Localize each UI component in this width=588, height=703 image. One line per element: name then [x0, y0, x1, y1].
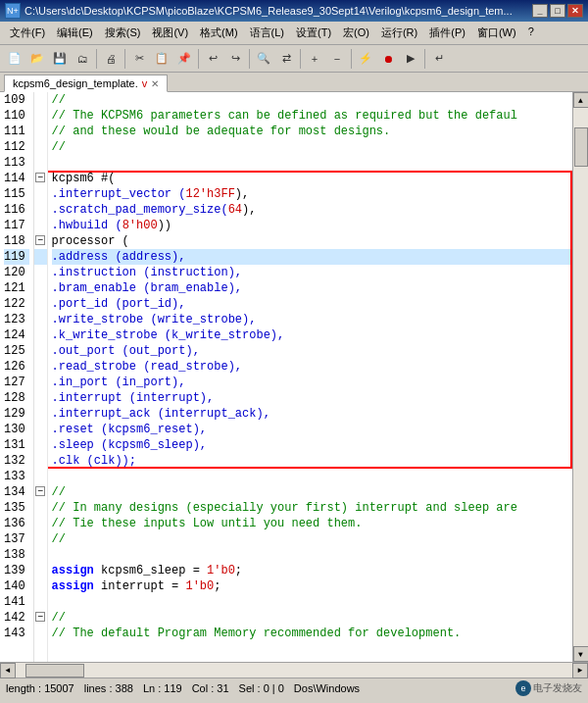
code-line: // and these would be adequate for most …	[52, 124, 572, 139]
fold-icon	[34, 265, 47, 280]
scroll-right-button[interactable]: ►	[572, 663, 588, 678]
menu-view[interactable]: 视图(V)	[146, 24, 194, 42]
line-number: 141	[4, 594, 29, 610]
status-ln: Ln : 119	[143, 682, 182, 694]
maximize-button[interactable]: □	[550, 4, 565, 18]
code-line: // Tie these inputs Low until you need t…	[52, 516, 572, 531]
code-line: .scratch_pad_memory_size(64),	[52, 202, 572, 218]
scroll-thumb-v[interactable]	[574, 127, 588, 167]
scroll-up-button[interactable]: ▲	[573, 92, 589, 108]
toolbar-wrap[interactable]: ↵	[428, 48, 450, 70]
status-sel: Sel : 0 | 0	[239, 682, 284, 694]
fold-icon[interactable]: −	[34, 610, 47, 626]
status-length: length : 15007	[6, 682, 74, 694]
horizontal-scrollbar[interactable]: ◄ ►	[0, 662, 588, 678]
line-number: 128	[4, 390, 29, 406]
line-number: 130	[4, 422, 29, 437]
toolbar-sync[interactable]: ⚡	[355, 48, 376, 70]
code-line: // The KCPSM6 parameters can be defined …	[52, 108, 572, 124]
line-number: 139	[4, 563, 29, 578]
toolbar-macro-play[interactable]: ▶	[400, 48, 421, 70]
line-number: 111	[4, 124, 29, 139]
fold-icon	[34, 516, 47, 531]
menu-language[interactable]: 语言(L)	[244, 24, 290, 42]
menu-edit[interactable]: 编辑(E)	[51, 24, 99, 42]
tab-close-button[interactable]: ✕	[151, 78, 159, 89]
window-title: C:\Users\dc\Desktop\KCPSM\picoBlaze\KCPS…	[24, 5, 513, 17]
code-line: .bram_enable (bram_enable),	[52, 280, 572, 296]
menu-format[interactable]: 格式(M)	[194, 24, 244, 42]
code-line: .in_port (in_port),	[52, 375, 572, 390]
toolbar-new[interactable]: 📄	[4, 48, 25, 70]
fold-icon	[34, 406, 47, 422]
toolbar-redo[interactable]: ↪	[224, 48, 246, 70]
fold-icon	[34, 312, 47, 327]
fold-icon[interactable]: −	[34, 171, 47, 186]
scroll-thumb-h[interactable]	[25, 664, 84, 678]
toolbar-paste[interactable]: 📌	[173, 48, 195, 70]
toolbar-save[interactable]: 💾	[49, 48, 71, 70]
code-line: .k_write_strobe (k_write_strobe),	[52, 327, 572, 343]
toolbar-find[interactable]: 🔍	[253, 48, 274, 70]
code-line: .hwbuild (8'h00))	[52, 218, 572, 233]
menu-window[interactable]: 窗口(W)	[471, 24, 522, 42]
line-number: 121	[4, 280, 29, 296]
menu-plugins[interactable]: 插件(P)	[423, 24, 471, 42]
scroll-left-button[interactable]: ◄	[0, 663, 16, 678]
line-number: 137	[4, 531, 29, 547]
menu-help[interactable]: ?	[522, 24, 540, 42]
toolbar-open[interactable]: 📂	[26, 48, 48, 70]
scroll-track-v[interactable]	[573, 108, 588, 646]
fold-icon[interactable]: −	[34, 484, 47, 500]
fold-icon	[34, 343, 47, 359]
close-button[interactable]: ✕	[567, 4, 583, 18]
toolbar-saveall[interactable]: 🗂	[72, 48, 93, 70]
fold-icon	[34, 453, 47, 469]
code-content[interactable]: // // The KCPSM6 parameters can be defin…	[48, 92, 572, 662]
scroll-track-h[interactable]	[16, 663, 572, 678]
line-number: 136	[4, 516, 29, 531]
line-numbers: 1091101111121131141151161171181191201211…	[0, 92, 34, 662]
line-number: 114	[4, 171, 29, 186]
toolbar-zoomin[interactable]: +	[304, 48, 325, 70]
menu-file[interactable]: 文件(F)	[4, 24, 51, 42]
toolbar-undo[interactable]: ↩	[202, 48, 223, 70]
sep5	[300, 49, 301, 69]
code-line: .out_port (out_port),	[52, 343, 572, 359]
menu-bar: 文件(F) 编辑(E) 搜索(S) 视图(V) 格式(M) 语言(L) 设置(T…	[0, 22, 588, 45]
code-line: //	[52, 139, 572, 155]
toolbar-zoomout[interactable]: −	[326, 48, 348, 70]
status-bar: length : 15007 lines : 388 Ln : 119 Col …	[0, 678, 588, 697]
menu-run[interactable]: 运行(R)	[375, 24, 423, 42]
fold-icon	[34, 280, 47, 296]
sep3	[198, 49, 199, 69]
sep2	[124, 49, 125, 69]
fold-icon	[34, 249, 47, 265]
line-number: 127	[4, 375, 29, 390]
menu-macro[interactable]: 宏(O)	[337, 24, 375, 42]
scroll-down-button[interactable]: ▼	[573, 646, 589, 662]
code-line: assign interrupt = 1'b0;	[52, 578, 572, 594]
toolbar-findreplace[interactable]: ⇄	[275, 48, 297, 70]
menu-settings[interactable]: 设置(T)	[290, 24, 337, 42]
menu-search[interactable]: 搜索(S)	[99, 24, 147, 42]
toolbar-cut[interactable]: ✂	[128, 48, 150, 70]
toolbar-copy[interactable]: 📋	[151, 48, 172, 70]
toolbar-macro-rec[interactable]: ⏺	[377, 48, 399, 70]
fold-icon	[34, 390, 47, 406]
line-number: 143	[4, 626, 29, 641]
vertical-scrollbar[interactable]: ▲ ▼	[572, 92, 588, 662]
app-icon: N+	[5, 3, 21, 19]
line-number: 115	[4, 186, 29, 202]
fold-icon[interactable]: −	[34, 233, 47, 249]
fold-icon	[34, 108, 47, 124]
code-line: .clk (clk));	[52, 453, 572, 469]
fold-icon	[34, 375, 47, 390]
minimize-button[interactable]: _	[532, 4, 548, 18]
toolbar-print[interactable]: 🖨	[100, 48, 122, 70]
code-line: .interrupt_vector (12'h3FF),	[52, 186, 572, 202]
line-number: 129	[4, 406, 29, 422]
line-number: 125	[4, 343, 29, 359]
fold-icon	[34, 92, 47, 108]
tab-file[interactable]: kcpsm6_design_template.v ✕	[4, 75, 168, 92]
